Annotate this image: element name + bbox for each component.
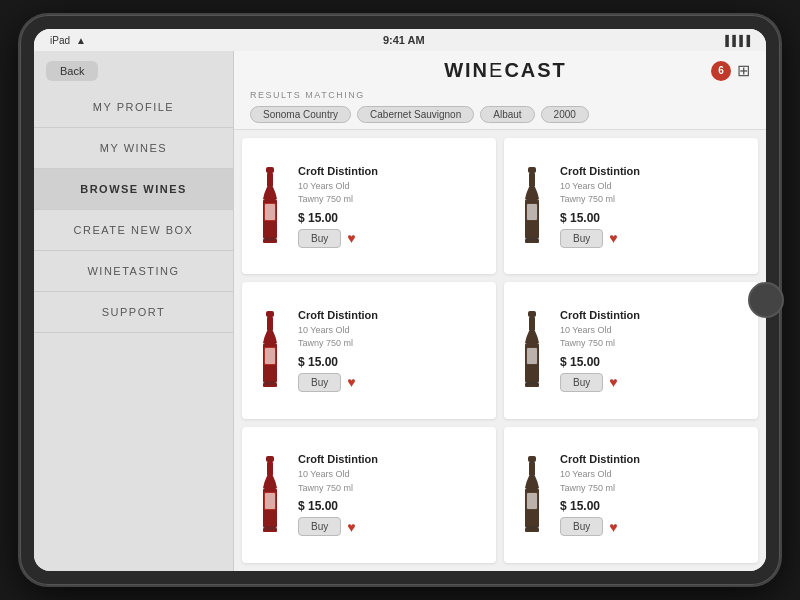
main-area: Back MY PROFILE MY WINES BROWSE WINES CR… bbox=[34, 51, 766, 571]
svg-point-41 bbox=[525, 526, 539, 530]
sidebar: Back MY PROFILE MY WINES BROWSE WINES CR… bbox=[34, 51, 234, 571]
svg-rect-14 bbox=[266, 311, 274, 317]
favorite-button[interactable]: ♥ bbox=[609, 374, 617, 390]
buy-button[interactable]: Buy bbox=[560, 229, 603, 248]
wine-bottle-image bbox=[252, 166, 288, 246]
wine-bottle-image bbox=[514, 310, 550, 390]
svg-rect-32 bbox=[265, 493, 275, 509]
wine-price: $ 15.00 bbox=[298, 499, 486, 513]
sidebar-item-my-wines[interactable]: MY WINES bbox=[34, 128, 233, 169]
wine-card: Croft Distintion 10 Years Old Tawny 750 … bbox=[242, 427, 496, 563]
svg-rect-7 bbox=[528, 167, 536, 173]
filter-tags: Sonoma Country Cabernet Sauvignon Albaut… bbox=[250, 106, 750, 123]
svg-point-34 bbox=[263, 526, 277, 530]
svg-point-6 bbox=[263, 237, 277, 241]
wine-actions: Buy ♥ bbox=[298, 517, 486, 536]
favorite-button[interactable]: ♥ bbox=[609, 519, 617, 535]
buy-button[interactable]: Buy bbox=[298, 373, 341, 392]
wine-price: $ 15.00 bbox=[298, 211, 486, 225]
wine-price: $ 15.00 bbox=[560, 499, 748, 513]
wine-card: Croft Distintion 10 Years Old Tawny 750 … bbox=[242, 138, 496, 274]
wine-size: Tawny 750 ml bbox=[298, 193, 486, 207]
content-header: WINECAST 6 ⊞ RESULTS MATCHING Sonoma Cou… bbox=[234, 51, 766, 130]
wine-name: Croft Distintion bbox=[560, 309, 748, 321]
svg-point-27 bbox=[525, 381, 539, 385]
svg-rect-35 bbox=[528, 456, 536, 462]
wine-name: Croft Distintion bbox=[560, 165, 748, 177]
svg-point-13 bbox=[525, 237, 539, 241]
ipad-frame: iPad ▲ 9:41 AM ▐▐▐▐ Back MY PROFILE MY W… bbox=[20, 15, 780, 585]
svg-rect-15 bbox=[267, 317, 273, 331]
svg-rect-21 bbox=[528, 311, 536, 317]
favorite-button[interactable]: ♥ bbox=[347, 374, 355, 390]
svg-rect-22 bbox=[529, 317, 535, 331]
svg-rect-28 bbox=[266, 456, 274, 462]
filter-tag-albaut[interactable]: Albaut bbox=[480, 106, 534, 123]
svg-rect-36 bbox=[529, 462, 535, 476]
wine-bottle-image bbox=[514, 455, 550, 535]
wine-card: Croft Distintion 10 Years Old Tawny 750 … bbox=[242, 282, 496, 418]
wine-info: Croft Distintion 10 Years Old Tawny 750 … bbox=[298, 309, 486, 392]
sidebar-item-winetasting[interactable]: WINETASTING bbox=[34, 251, 233, 292]
buy-button[interactable]: Buy bbox=[560, 517, 603, 536]
wine-size: Tawny 750 ml bbox=[560, 337, 748, 351]
wine-info: Croft Distintion 10 Years Old Tawny 750 … bbox=[298, 453, 486, 536]
wine-bottle-image bbox=[252, 455, 288, 535]
wine-actions: Buy ♥ bbox=[298, 373, 486, 392]
wine-card: Croft Distintion 10 Years Old Tawny 750 … bbox=[504, 282, 758, 418]
back-button[interactable]: Back bbox=[46, 61, 98, 81]
wine-info: Croft Distintion 10 Years Old Tawny 750 … bbox=[560, 309, 748, 392]
wine-info: Croft Distintion 10 Years Old Tawny 750 … bbox=[560, 453, 748, 536]
svg-rect-11 bbox=[527, 204, 537, 220]
svg-rect-39 bbox=[527, 493, 537, 509]
wine-card: Croft Distintion 10 Years Old Tawny 750 … bbox=[504, 427, 758, 563]
wine-info: Croft Distintion 10 Years Old Tawny 750 … bbox=[298, 165, 486, 248]
wine-actions: Buy ♥ bbox=[298, 229, 486, 248]
wine-actions: Buy ♥ bbox=[560, 229, 748, 248]
wine-age: 10 Years Old bbox=[560, 180, 748, 194]
favorite-button[interactable]: ♥ bbox=[347, 230, 355, 246]
sidebar-item-create-new-box[interactable]: CREATE NEW BOX bbox=[34, 210, 233, 251]
svg-point-20 bbox=[263, 381, 277, 385]
filter-tag-year[interactable]: 2000 bbox=[541, 106, 589, 123]
svg-rect-8 bbox=[529, 173, 535, 187]
wine-grid: Croft Distintion 10 Years Old Tawny 750 … bbox=[234, 130, 766, 571]
device-label: iPad bbox=[50, 35, 70, 46]
favorite-button[interactable]: ♥ bbox=[347, 519, 355, 535]
wine-age: 10 Years Old bbox=[298, 324, 486, 338]
buy-button[interactable]: Buy bbox=[298, 229, 341, 248]
wine-bottle-image bbox=[514, 166, 550, 246]
buy-button[interactable]: Buy bbox=[298, 517, 341, 536]
cart-area[interactable]: 6 ⊞ bbox=[711, 61, 750, 81]
ipad-screen: iPad ▲ 9:41 AM ▐▐▐▐ Back MY PROFILE MY W… bbox=[34, 29, 766, 571]
wine-size: Tawny 750 ml bbox=[298, 337, 486, 351]
status-left: iPad ▲ bbox=[50, 35, 86, 46]
svg-rect-29 bbox=[267, 462, 273, 476]
cart-badge: 6 bbox=[711, 61, 731, 81]
wine-size: Tawny 750 ml bbox=[298, 482, 486, 496]
svg-rect-0 bbox=[266, 167, 274, 173]
status-time: 9:41 AM bbox=[383, 34, 425, 46]
results-label: RESULTS MATCHING bbox=[250, 90, 750, 100]
wine-size: Tawny 750 ml bbox=[560, 193, 748, 207]
wifi-icon: ▲ bbox=[76, 35, 86, 46]
wine-age: 10 Years Old bbox=[298, 180, 486, 194]
sidebar-item-my-profile[interactable]: MY PROFILE bbox=[34, 87, 233, 128]
wine-price: $ 15.00 bbox=[298, 355, 486, 369]
app-title-bar: WINECAST 6 ⊞ bbox=[250, 59, 750, 82]
filter-tag-cabernet[interactable]: Cabernet Sauvignon bbox=[357, 106, 474, 123]
svg-rect-4 bbox=[265, 204, 275, 220]
svg-rect-18 bbox=[265, 348, 275, 364]
buy-button[interactable]: Buy bbox=[560, 373, 603, 392]
favorite-button[interactable]: ♥ bbox=[609, 230, 617, 246]
wine-name: Croft Distintion bbox=[298, 165, 486, 177]
wine-age: 10 Years Old bbox=[298, 468, 486, 482]
filter-tag-sonoma[interactable]: Sonoma Country bbox=[250, 106, 351, 123]
sidebar-item-support[interactable]: SUPPORT bbox=[34, 292, 233, 333]
status-bar: iPad ▲ 9:41 AM ▐▐▐▐ bbox=[34, 29, 766, 51]
home-button[interactable] bbox=[748, 282, 784, 318]
wine-name: Croft Distintion bbox=[298, 453, 486, 465]
sidebar-item-browse-wines[interactable]: BROWSE WINES bbox=[34, 169, 233, 210]
wine-name: Croft Distintion bbox=[298, 309, 486, 321]
wine-age: 10 Years Old bbox=[560, 324, 748, 338]
